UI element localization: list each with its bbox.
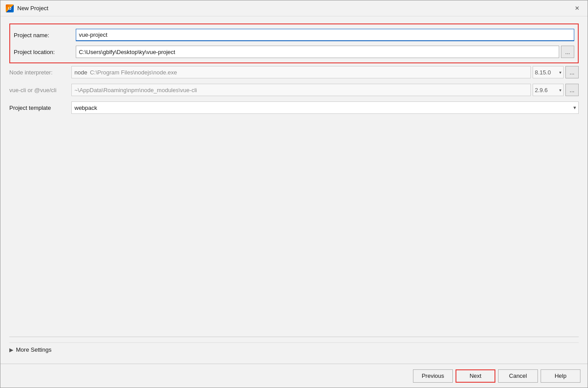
project-name-label: Project name: [14,32,76,39]
project-template-field: webpack [71,101,579,114]
vue-cli-version-arrow-icon: ▾ [559,88,561,93]
project-location-label: Project location: [14,49,76,55]
project-location-row: Project location: ... [14,45,574,59]
more-settings-expand-icon: ▶ [9,347,13,353]
project-template-label: Project template [9,105,71,111]
project-name-row: Project name: [14,28,574,42]
dialog-footer: Previous Next Cancel Help [0,364,588,388]
more-settings-label: More Settings [16,346,51,353]
node-browse-icon: ... [570,69,575,76]
node-version-arrow-icon: ▾ [559,70,561,75]
vue-cli-input: ~\AppData\Roaming\npm\node_modules\vue-c… [71,84,531,96]
title-bar: IJ New Project ✕ [0,0,588,16]
vue-cli-version-dropdown[interactable]: 2.9.6 ▾ [533,84,564,96]
vue-cli-version-text: 2.9.6 [535,87,548,93]
cancel-button[interactable]: Cancel [498,369,538,383]
project-name-field [76,29,574,41]
node-interpreter-path: C:\Program Files\nodejs\node.exe [90,69,177,76]
dialog-title: New Project [17,5,48,12]
browse-icon: ... [565,49,570,55]
divider [9,337,579,337]
more-settings-section[interactable]: ▶ More Settings [9,342,579,357]
node-interpreter-input: node C:\Program Files\nodejs\node.exe [71,66,531,78]
node-interpreter-field: node C:\Program Files\nodejs\node.exe 8.… [71,66,579,78]
next-button[interactable]: Next [456,369,495,383]
vue-cli-browse-icon: ... [570,87,575,93]
previous-button[interactable]: Previous [413,369,453,383]
previous-button-label: Previous [422,372,444,379]
help-button-label: Help [555,372,567,379]
vue-cli-row: vue-cli or @vue/cli ~\AppData\Roaming\np… [9,83,579,97]
title-bar-left: IJ New Project [6,4,48,12]
content-area [9,118,579,335]
project-location-input[interactable] [76,46,559,58]
vue-cli-browse-button[interactable]: ... [565,84,579,96]
project-template-select[interactable]: webpack [71,101,579,114]
project-location-field: ... [76,46,574,58]
node-interpreter-row: Node interpreter: node C:\Program Files\… [9,65,579,79]
cancel-button-label: Cancel [509,372,527,379]
project-name-input[interactable] [76,29,574,41]
project-template-select-wrapper: webpack [71,101,579,114]
node-version-dropdown[interactable]: 8.15.0 ▾ [533,66,564,78]
node-interpreter-browse-button[interactable]: ... [565,66,579,78]
node-interpreter-label: Node interpreter: [9,69,71,76]
node-version-text: 8.15.0 [535,69,551,76]
new-project-dialog: IJ New Project ✕ Project name: Project l… [0,0,588,388]
dialog-body: Project name: Project location: ... Node… [0,16,588,364]
vue-cli-field: ~\AppData\Roaming\npm\node_modules\vue-c… [71,84,579,96]
next-button-label: Next [470,372,482,379]
app-icon: IJ [6,4,14,12]
node-keyword: node [74,69,87,76]
help-button[interactable]: Help [541,369,580,383]
project-location-browse-button[interactable]: ... [561,46,574,58]
close-button[interactable]: ✕ [572,3,582,14]
project-template-row: Project template webpack [9,101,579,115]
vue-cli-label: vue-cli or @vue/cli [9,87,71,93]
vue-cli-path: ~\AppData\Roaming\npm\node_modules\vue-c… [74,87,197,93]
close-icon: ✕ [575,5,580,12]
highlighted-fields-section: Project name: Project location: ... [9,23,579,63]
